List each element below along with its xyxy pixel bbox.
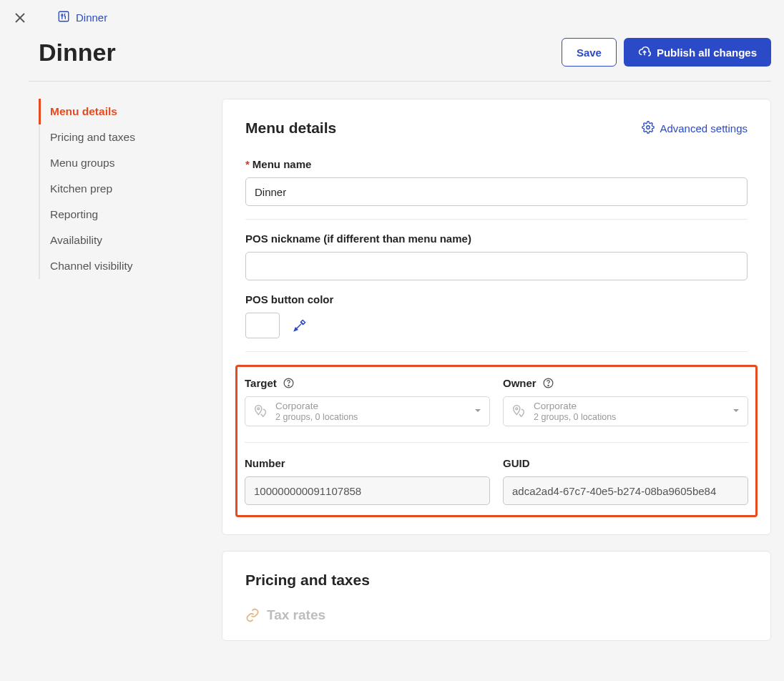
svg-point-8 [548, 385, 549, 386]
breadcrumb-label: Dinner [76, 11, 107, 24]
target-owner-section: Target Corporate [235, 365, 758, 517]
location-icon [511, 403, 526, 419]
breadcrumb[interactable]: Dinner [57, 10, 107, 25]
sidebar-item-reporting[interactable]: Reporting [39, 202, 222, 227]
publish-button[interactable]: Publish all changes [624, 38, 771, 67]
close-icon[interactable] [13, 11, 27, 25]
help-icon[interactable] [283, 377, 295, 389]
pos-nickname-input[interactable] [245, 252, 748, 280]
card-title: Menu details [245, 119, 336, 137]
help-icon[interactable] [542, 377, 554, 389]
pricing-title: Pricing and taxes [245, 572, 748, 589]
sidebar-item-pricing[interactable]: Pricing and taxes [39, 124, 222, 150]
cloud-upload-icon [638, 45, 651, 60]
tax-rates-row[interactable]: Tax rates [245, 607, 748, 623]
target-label: Target [245, 377, 277, 389]
svg-point-3 [647, 125, 650, 129]
sidebar: Menu details Pricing and taxes Menu grou… [29, 99, 222, 670]
chevron-down-icon [732, 405, 740, 418]
number-label: Number [245, 457, 490, 469]
gear-icon [642, 121, 655, 136]
pos-color-label: POS button color [245, 293, 748, 305]
menu-name-input[interactable] [245, 177, 748, 206]
svg-point-9 [516, 408, 518, 410]
sidebar-item-channel-visibility[interactable]: Channel visibility [39, 253, 222, 279]
color-swatch[interactable] [245, 313, 280, 338]
pos-nickname-label: POS nickname (if different than menu nam… [245, 232, 748, 245]
location-icon [253, 403, 268, 419]
menu-details-card: Menu details Advanced settings *Menu nam… [222, 99, 771, 535]
link-icon [245, 608, 260, 622]
pricing-card: Pricing and taxes Tax rates [222, 551, 771, 641]
svg-rect-2 [59, 11, 69, 21]
sidebar-item-availability[interactable]: Availability [39, 227, 222, 253]
advanced-settings-link[interactable]: Advanced settings [642, 121, 748, 136]
menu-name-label: *Menu name [245, 158, 748, 170]
target-select[interactable]: Corporate 2 groups, 0 locations [245, 396, 490, 426]
guid-label: GUID [503, 457, 748, 469]
save-button[interactable]: Save [562, 38, 617, 67]
chevron-down-icon [474, 405, 482, 418]
sidebar-item-menu-details[interactable]: Menu details [39, 99, 222, 124]
svg-point-6 [258, 408, 260, 410]
menu-icon [57, 10, 70, 25]
number-input [245, 476, 490, 505]
owner-label: Owner [503, 377, 536, 389]
sidebar-item-menu-groups[interactable]: Menu groups [39, 150, 222, 176]
svg-point-5 [288, 385, 289, 386]
eyedropper-icon[interactable] [293, 318, 307, 333]
owner-select[interactable]: Corporate 2 groups, 0 locations [503, 396, 748, 426]
page-title: Dinner [39, 39, 116, 67]
sidebar-item-kitchen-prep[interactable]: Kitchen prep [39, 176, 222, 202]
guid-input [503, 476, 748, 505]
